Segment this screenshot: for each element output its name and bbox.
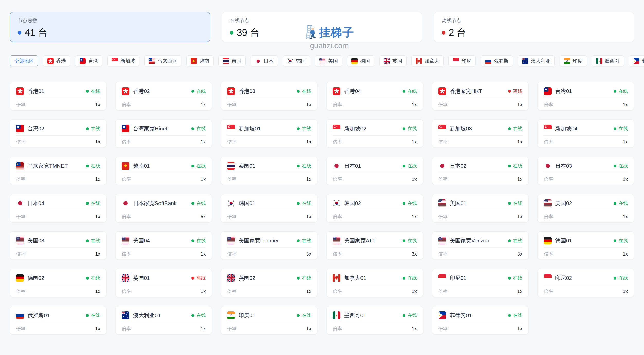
ru-flag-icon	[16, 311, 24, 319]
rate-value: 1x	[201, 139, 206, 145]
status-badge: 在线	[191, 88, 206, 94]
status-badge: 在线	[191, 312, 206, 318]
status-badge: 在线	[191, 125, 206, 132]
filter-button-gb[interactable]: 英国	[379, 55, 407, 66]
filter-button-ph[interactable]: 菲律宾	[629, 55, 644, 66]
filter-label: 菲律宾	[642, 58, 644, 64]
node-foot: 倍率1x	[122, 102, 206, 108]
node-head: 墨西哥01在线	[333, 311, 417, 319]
rate-value: 5x	[201, 214, 206, 219]
status-label: 在线	[408, 275, 417, 281]
node-foot: 倍率1x	[438, 139, 522, 145]
gb-flag-icon	[384, 58, 390, 64]
filter-button-vn[interactable]: 越南	[186, 55, 214, 66]
status-dot-icon	[403, 202, 405, 205]
region-filter-bar: 全部地区香港台湾新加坡马来西亚越南泰国日本韩国美国德国英国加拿大印尼俄罗斯澳大利…	[10, 55, 634, 66]
node-foot: 倍率1x	[438, 102, 522, 108]
status-dot-icon	[403, 165, 405, 167]
divider	[438, 247, 522, 248]
node-foot: 倍率1x	[16, 102, 100, 108]
status-dot-icon	[614, 127, 616, 130]
stat-card: 节点总数41 台	[10, 12, 210, 42]
node-name: 香港02	[133, 88, 150, 95]
status-label: 在线	[619, 238, 628, 244]
filter-label: 加拿大	[425, 58, 439, 64]
us-flag-icon	[333, 237, 340, 244]
status-dot-icon	[508, 314, 511, 317]
node-card: 泰国01在线倍率1x	[221, 157, 317, 185]
status-dot-icon	[191, 239, 194, 242]
rate-value: 1x	[306, 214, 311, 219]
filter-button-id[interactable]: 印尼	[448, 55, 476, 66]
node-foot: 倍率1x	[438, 176, 522, 182]
filter-button-in[interactable]: 印度	[560, 55, 587, 66]
status-label: 在线	[619, 200, 628, 206]
rate-label: 倍率	[227, 102, 236, 108]
status-badge: 在线	[86, 88, 100, 94]
filter-button-jp[interactable]: 日本	[251, 55, 278, 66]
node-name: 台湾02	[28, 125, 44, 132]
node-head: 韩国02在线	[333, 199, 417, 207]
node-card: 加拿大01在线倍率1x	[326, 269, 423, 297]
rate-value: 1x	[95, 251, 100, 257]
divider	[333, 247, 417, 248]
status-badge: 在线	[508, 163, 522, 169]
hk-flag-icon	[227, 87, 235, 95]
de-flag-icon	[351, 58, 358, 64]
divider	[227, 247, 311, 248]
status-dot-icon	[508, 277, 511, 280]
node-grid: 香港01在线倍率1x香港02在线倍率1x香港03在线倍率1x香港04在线倍率1x…	[10, 82, 634, 334]
status-label: 在线	[196, 200, 206, 206]
status-label: 在线	[91, 275, 100, 281]
rate-value: 1x	[623, 177, 628, 182]
filter-button-th[interactable]: 泰国	[218, 55, 246, 66]
filter-button-my[interactable]: 马来西亚	[144, 55, 181, 66]
node-card: 台湾02在线倍率1x	[10, 119, 107, 148]
status-badge: 在线	[403, 275, 417, 281]
rate-label: 倍率	[122, 176, 131, 182]
rate-value: 1x	[201, 102, 206, 107]
node-foot: 倍率1x	[227, 139, 311, 145]
node-head: 菲律宾01在线	[438, 311, 522, 319]
us-flag-icon	[438, 199, 446, 207]
filter-button-sg[interactable]: 新加坡	[107, 55, 139, 66]
filter-button-hk[interactable]: 香港	[43, 55, 70, 66]
filter-button-ca[interactable]: 加拿大	[411, 55, 444, 66]
rate-value: 1x	[623, 139, 628, 145]
au-flag-icon	[522, 58, 528, 64]
filter-button-au[interactable]: 澳大利亚	[518, 55, 555, 66]
node-name: 香港03	[239, 88, 255, 95]
node-card: 台湾家宽Hinet在线倍率1x	[115, 119, 212, 148]
node-card: 印度01在线倍率1x	[221, 306, 317, 334]
rate-label: 倍率	[122, 288, 131, 294]
hk-flag-icon	[47, 58, 54, 64]
filter-button-all-regions[interactable]: 全部地区	[10, 55, 38, 66]
status-dot-icon	[86, 165, 89, 167]
us-flag-icon	[227, 237, 235, 244]
status-badge: 在线	[403, 200, 417, 206]
node-card: 美国02在线倍率1x	[537, 194, 634, 222]
status-badge: 离线	[191, 275, 206, 281]
status-dot-icon	[297, 202, 300, 205]
node-head: 马来家宽TMNET在线	[16, 162, 100, 170]
filter-button-us[interactable]: 美国	[315, 55, 342, 66]
rate-value: 1x	[201, 251, 206, 257]
divider	[227, 285, 311, 285]
filter-button-mx[interactable]: 墨西哥	[592, 55, 624, 66]
status-label: 在线	[619, 163, 628, 169]
node-head: 加拿大01在线	[333, 274, 417, 282]
filter-button-de[interactable]: 德国	[347, 55, 374, 66]
status-label: 在线	[91, 125, 100, 132]
node-foot: 倍率1x	[227, 288, 311, 294]
us-flag-icon	[438, 237, 446, 244]
status-label: 在线	[619, 275, 628, 281]
jp-flag-icon	[438, 162, 446, 170]
stat-value-row: 2 台	[442, 26, 626, 39]
status-badge: 在线	[614, 238, 628, 244]
filter-button-ru[interactable]: 俄罗斯	[481, 55, 513, 66]
filter-button-tw[interactable]: 台湾	[75, 55, 102, 66]
node-name: 日本02	[450, 162, 466, 170]
rate-value: 1x	[412, 177, 417, 182]
rate-value: 1x	[306, 177, 311, 182]
filter-button-kr[interactable]: 韩国	[283, 55, 310, 66]
